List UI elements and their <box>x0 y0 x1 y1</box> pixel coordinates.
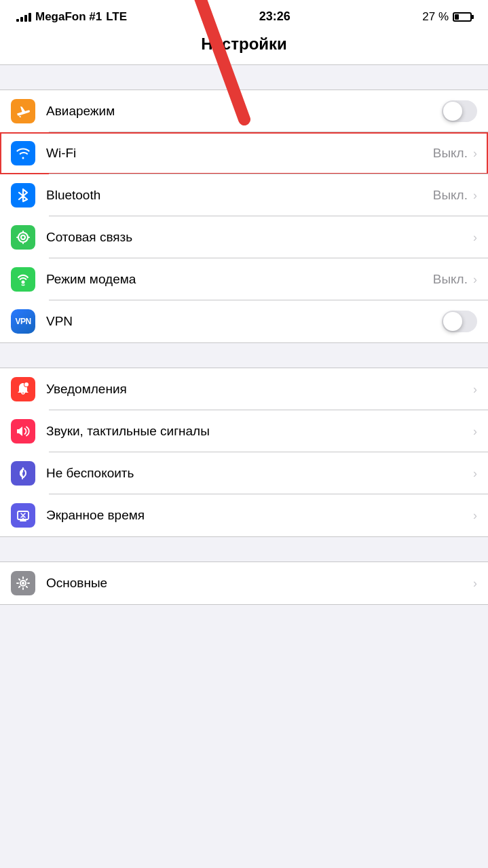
time-display: 23:26 <box>259 9 290 24</box>
vpn-toggle[interactable] <box>442 311 477 332</box>
wifi-value: Выкл. <box>433 146 468 161</box>
dnd-chevron: › <box>473 467 477 481</box>
sounds-icon <box>11 419 35 443</box>
wifi-icon <box>11 141 35 165</box>
svg-point-1 <box>21 235 25 239</box>
bluetooth-row[interactable]: Bluetooth Выкл. › <box>0 174 488 216</box>
bluetooth-value: Выкл. <box>433 188 468 203</box>
bluetooth-icon <box>11 183 35 208</box>
airplane-mode-row[interactable]: Авиарежим <box>0 90 488 132</box>
notifications-group: Уведомления › Звуки, тактильные сигналы … <box>0 368 488 537</box>
cellular-chevron: › <box>473 231 477 245</box>
notifications-chevron: › <box>473 382 477 397</box>
wifi-row[interactable]: Wi-Fi Выкл. › <box>0 132 488 174</box>
svg-point-0 <box>18 233 28 242</box>
hotspot-chevron: › <box>473 273 477 287</box>
battery-icon <box>453 12 472 22</box>
svg-point-6 <box>24 382 29 387</box>
network-type: LTE <box>106 10 127 24</box>
screentime-row[interactable]: Экранное время › <box>0 494 488 536</box>
airplane-mode-icon <box>11 99 35 123</box>
notifications-row[interactable]: Уведомления › <box>0 368 488 410</box>
page-header: Настройки <box>0 29 488 65</box>
cellular-label: Сотовая связь <box>46 230 472 245</box>
dnd-row[interactable]: Не беспокоить › <box>0 452 488 494</box>
screentime-icon <box>11 503 35 528</box>
vpn-icon: VPN <box>11 309 35 334</box>
section-gap-1 <box>0 65 488 90</box>
carrier-label: MegaFon #1 <box>35 10 102 24</box>
bluetooth-chevron: › <box>473 189 477 203</box>
bluetooth-label: Bluetooth <box>46 188 433 203</box>
svg-point-10 <box>22 583 24 585</box>
notifications-icon <box>11 377 35 401</box>
dnd-icon <box>11 461 35 486</box>
cellular-icon <box>11 225 35 250</box>
section-gap-2 <box>0 343 488 368</box>
general-chevron: › <box>473 576 477 591</box>
sounds-row[interactable]: Звуки, тактильные сигналы › <box>0 410 488 452</box>
hotspot-row[interactable]: Режим модема Выкл. › <box>0 258 488 300</box>
signal-icon <box>16 12 31 22</box>
hotspot-label: Режим модема <box>46 272 433 287</box>
screentime-chevron: › <box>473 509 477 523</box>
connectivity-group: Авиарежим Wi-Fi Выкл. › Bluetooth Выкл. … <box>0 90 488 343</box>
screentime-label: Экранное время <box>46 508 472 523</box>
general-icon <box>11 571 35 595</box>
svg-point-2 <box>22 281 25 284</box>
section-gap-3 <box>0 537 488 561</box>
battery-area: 27 % <box>422 10 472 24</box>
hotspot-value: Выкл. <box>433 272 468 287</box>
general-label: Основные <box>46 576 472 591</box>
vpn-label: VPN <box>46 314 436 329</box>
carrier-info: MegaFon #1 LTE <box>16 10 127 24</box>
page-title: Настройки <box>14 35 474 54</box>
general-group: Основные › <box>0 561 488 605</box>
dnd-label: Не беспокоить <box>46 466 472 481</box>
general-row[interactable]: Основные › <box>0 562 488 604</box>
sounds-chevron: › <box>473 425 477 439</box>
sounds-label: Звуки, тактильные сигналы <box>46 424 472 439</box>
vpn-row[interactable]: VPN VPN <box>0 300 488 342</box>
wifi-chevron: › <box>473 146 477 161</box>
status-bar: MegaFon #1 LTE 23:26 27 % <box>0 0 488 29</box>
hotspot-icon <box>11 267 35 292</box>
cellular-row[interactable]: Сотовая связь › <box>0 216 488 258</box>
wifi-label: Wi-Fi <box>46 146 433 161</box>
battery-percentage: 27 % <box>422 10 449 24</box>
notifications-label: Уведомления <box>46 382 472 397</box>
airplane-mode-toggle[interactable] <box>442 100 477 122</box>
airplane-mode-label: Авиарежим <box>46 104 436 119</box>
